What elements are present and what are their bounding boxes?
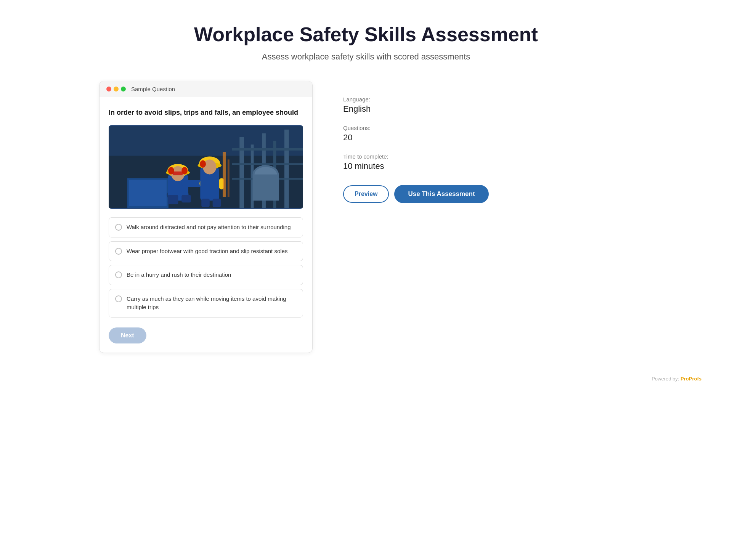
radio-4[interactable]: [115, 295, 122, 302]
option-4[interactable]: Carry as much as they can while moving i…: [109, 289, 303, 318]
page-subtitle: Assess workplace safety skills with scor…: [30, 52, 702, 62]
question-image: [109, 125, 303, 209]
page-title: Workplace Safety Skills Assessment: [30, 23, 702, 46]
svg-point-31: [200, 160, 206, 168]
svg-point-21: [168, 167, 174, 175]
svg-rect-26: [181, 195, 191, 203]
radio-2[interactable]: [115, 248, 122, 255]
brand-name: ProProfs: [681, 376, 702, 382]
card-header-label: Sample Question: [131, 86, 175, 92]
preview-button[interactable]: Preview: [343, 185, 389, 203]
svg-rect-35: [223, 152, 226, 197]
option-text-1: Walk around distracted and not pay atten…: [127, 223, 291, 232]
page-header: Workplace Safety Skills Assessment Asses…: [30, 23, 702, 62]
svg-point-22: [181, 167, 188, 175]
options-list: Walk around distracted and not pay atten…: [109, 217, 303, 318]
svg-rect-34: [213, 199, 221, 207]
questions-row: Questions: 20: [343, 125, 633, 143]
footer: Powered by: ProProfs: [30, 376, 702, 382]
svg-rect-25: [168, 195, 178, 205]
questions-value: 20: [343, 133, 633, 143]
card-body: In order to avoid slips, trips and falls…: [100, 97, 312, 353]
svg-rect-36: [228, 160, 230, 197]
card-header: Sample Question: [100, 81, 312, 97]
svg-rect-6: [284, 130, 289, 208]
action-buttons: Preview Use This Assessment: [343, 185, 633, 203]
svg-rect-33: [201, 199, 210, 207]
option-3[interactable]: Be in a hurry and rush to their destinat…: [109, 265, 303, 285]
radio-3[interactable]: [115, 271, 122, 278]
time-label: Time to complete:: [343, 153, 633, 160]
svg-rect-20: [173, 172, 183, 175]
language-row: Language: English: [343, 96, 633, 114]
option-text-2: Wear proper footwear with good traction …: [127, 247, 287, 256]
dot-green: [121, 87, 126, 91]
main-content: Sample Question In order to avoid slips,…: [99, 81, 633, 353]
option-text-4: Carry as much as they can while moving i…: [127, 295, 297, 312]
radio-1[interactable]: [115, 224, 122, 231]
option-text-3: Be in a hurry and rush to their destinat…: [127, 271, 231, 279]
dot-red: [106, 87, 111, 91]
language-label: Language:: [343, 96, 633, 103]
svg-rect-2: [239, 137, 244, 208]
sidebar: Language: English Questions: 20 Time to …: [343, 81, 633, 203]
quiz-card: Sample Question In order to avoid slips,…: [99, 81, 313, 353]
traffic-lights: [106, 87, 126, 91]
next-button[interactable]: Next: [109, 327, 146, 343]
svg-rect-14: [129, 180, 167, 207]
svg-rect-8: [232, 163, 303, 165]
question-text: In order to avoid slips, trips and falls…: [109, 108, 303, 117]
dot-yellow: [114, 87, 119, 91]
questions-label: Questions:: [343, 125, 633, 131]
language-value: English: [343, 104, 633, 114]
brand-pro: Pro: [681, 376, 689, 382]
svg-rect-7: [232, 148, 303, 151]
option-2[interactable]: Wear proper footwear with good traction …: [109, 241, 303, 262]
time-value: 10 minutes: [343, 161, 633, 171]
svg-rect-12: [253, 175, 279, 201]
use-assessment-button[interactable]: Use This Assessment: [394, 185, 488, 203]
powered-by-label: Powered by:: [652, 376, 679, 382]
time-row: Time to complete: 10 minutes: [343, 153, 633, 171]
option-1[interactable]: Walk around distracted and not pay atten…: [109, 217, 303, 237]
brand-profs: Profs: [689, 376, 702, 382]
